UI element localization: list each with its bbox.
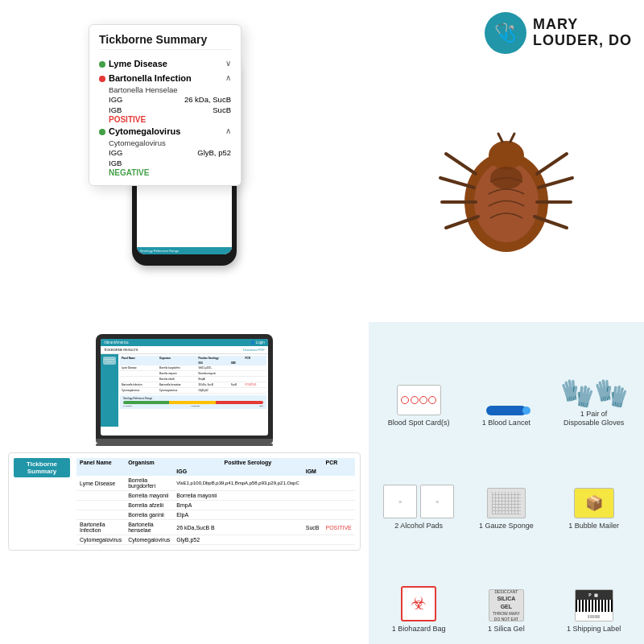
bubble-mailer-icon: 📦: [574, 488, 614, 518]
chevron-up-icon-2: ∧: [225, 126, 231, 135]
laptop-foot: [96, 444, 273, 446]
blood-spot-card-icon: [397, 385, 441, 415]
small-table-row: Bartonella Infection Bartonella henselae…: [76, 520, 355, 535]
svg-point-2: [489, 141, 524, 170]
small-table-row: Lyme Disease Borrelia burgdorferi VlsE1,…: [76, 476, 355, 491]
laptop-content: Panel Name Organism Positive Serology PC…: [118, 354, 268, 427]
svg-line-9: [537, 154, 567, 174]
summary-card-title: Tickborne Summary: [99, 33, 231, 50]
tick-image-container: [381, 62, 632, 310]
top-left-panel: ☰ VibrantAmerica TICKBORNE RESULTS Tickb…: [0, 0, 369, 322]
logo-text: MARY LOUDER, DO: [533, 17, 632, 49]
kit-blood-lancet: 1 Blood Lancet: [466, 332, 547, 428]
blood-lancet-label: 1 Blood Lancet: [482, 419, 530, 428]
small-table-row: Cytomegalovirus Cytomegalovirus GlyB,p52: [76, 535, 355, 545]
small-results-table: Panel Name Organism Positive Serology PC…: [76, 458, 355, 545]
laptop-screen-outer: VibrantAmerica 👤 Login TICKBORNE RESULTS…: [96, 334, 273, 439]
laptop-header: VibrantAmerica 👤 Login: [101, 339, 268, 346]
chevron-up-icon: ∧: [225, 73, 231, 82]
kit-disposable-gloves: 🧤🧤 1 Pair ofDisposable Gloves: [553, 332, 634, 428]
laptop-login-icon: 👤 Login: [250, 341, 265, 345]
kit-items-panel: Blood Spot Card(s) 1 Blood Lancet 🧤🧤 1 P…: [369, 322, 644, 644]
laptop-ref-section: Serology Reference Range In Control Mode…: [120, 395, 266, 409]
lancet-icon: [486, 406, 526, 415]
summary-bartonella-name: Bartonella Infection: [109, 73, 192, 83]
summary-cyto-igb: IGB: [99, 158, 231, 168]
summary-cyto-status: NEGATIVE: [99, 168, 231, 177]
tickborne-summary-card: Tickborne Summary Lyme Disease ∨ Bartone…: [89, 24, 242, 186]
laptop-sidebar-tickborne[interactable]: Tick-borne Sum: [103, 357, 116, 365]
alcohol-pads-label: 2 Alcohol Pads: [394, 522, 443, 531]
summary-bartonella-sub: Bartonella Henselae: [99, 85, 231, 94]
biohazard-bag-icon: ☣: [401, 586, 436, 621]
phone-ref-range: Serology Reference Range: [137, 247, 232, 254]
summary-lyme-dot: [99, 61, 105, 68]
table-row: Bartonella Infection Bartonella henselae…: [120, 382, 266, 388]
summary-bartonella-row[interactable]: Bartonella Infection ∧: [99, 71, 231, 85]
logo-circle: 🩺: [485, 12, 526, 54]
small-table-sidebar-label: Tickborne Summary: [14, 458, 70, 477]
alcohol-pad-icon-2: ≡: [420, 485, 454, 518]
alcohol-pad-icon: ≡: [383, 485, 417, 518]
laptop-wrap: VibrantAmerica 👤 Login TICKBORNE RESULTS…: [8, 334, 361, 446]
tick-illustration: [418, 97, 595, 275]
summary-cyto-dot: [99, 129, 105, 135]
summary-lyme-row[interactable]: Lyme Disease ∨: [99, 56, 231, 71]
biohazard-bag-label: 1 Biohazard Bag: [392, 625, 446, 634]
small-table-row: Borrelia mayonii Borrelia mayonii: [76, 491, 355, 501]
summary-bartonella-status: POSITIVE: [99, 115, 231, 124]
summary-cyto-igg: IGGGlyB, p52: [99, 147, 231, 158]
summary-cyto-sub: Cytomegalovirus: [99, 138, 231, 147]
logo-icon: 🩺: [494, 23, 516, 43]
laptop-app-name: VibrantAmerica: [104, 341, 129, 345]
kit-biohazard-bag: ☣ 1 Biohazard Bag: [378, 538, 460, 634]
laptop-mockup: VibrantAmerica 👤 Login TICKBORNE RESULTS…: [96, 334, 273, 446]
laptop-results-table: Panel Name Organism Positive Serology PC…: [120, 356, 266, 394]
logo-area: 🩺 MARY LOUDER, DO: [485, 12, 632, 54]
laptop-screen-inner: VibrantAmerica 👤 Login TICKBORNE RESULTS…: [101, 339, 268, 436]
svg-line-5: [446, 154, 476, 174]
small-table-row: Borrelia afzelii BmpA: [76, 501, 355, 510]
shipping-label-label: 1 Shipping Label: [567, 625, 621, 634]
svg-line-3: [498, 134, 502, 142]
laptop-body: Tick-borne Sum Panel Name Organism Posit…: [101, 354, 268, 427]
kit-bubble-mailer: 📦 1 Bubble Mailer: [553, 435, 634, 531]
silica-gel-icon: DESICCANT SILICA GEL THROW AWAY DO NOT E…: [489, 589, 524, 621]
summary-bartonella-igg: IGG26 kDa, SucB: [99, 94, 231, 105]
laptop-download[interactable]: Download PDF: [243, 348, 265, 352]
laptop-ref-bar: [123, 401, 263, 404]
main-grid: ☰ VibrantAmerica TICKBORNE RESULTS Tickb…: [0, 0, 644, 644]
bubble-mailer-label: 1 Bubble Mailer: [568, 522, 619, 531]
summary-bartonella-dot: [99, 76, 105, 82]
kit-gauze-sponge: 1 Gauze Sponge: [466, 435, 547, 531]
small-table-row: Borrelia garinii ElpA: [76, 510, 355, 520]
laptop-sidebar: Tick-borne Sum: [101, 354, 118, 427]
laptop-section: TICKBORNE RESULTS: [104, 348, 138, 352]
logo-name-line2: LOUDER, DO: [533, 33, 632, 49]
chevron-down-icon: ∨: [225, 59, 231, 68]
summary-bartonella-igb: IGBSucB: [99, 105, 231, 115]
summary-lyme-name: Lyme Disease: [109, 59, 167, 68]
gloves-icon: 🧤🧤: [560, 379, 628, 407]
gauze-sponge-label: 1 Gauze Sponge: [479, 522, 534, 531]
kit-silica-gel: DESICCANT SILICA GEL THROW AWAY DO NOT E…: [466, 538, 547, 634]
disposable-gloves-label: 1 Pair ofDisposable Gloves: [564, 410, 624, 428]
table-row: Borrelia afzelii BmpA: [120, 377, 266, 382]
laptop-ref-label: Serology Reference Range: [123, 397, 263, 400]
shipping-label-icon: P ▦ ||||||||||||||: [575, 589, 613, 621]
small-table-wrap: Tickborne Summary Panel Name Organism Po…: [8, 452, 361, 551]
table-row: Borrelia mayonii Borrelia mayonii: [120, 371, 266, 377]
bottom-left-panel: VibrantAmerica 👤 Login TICKBORNE RESULTS…: [0, 322, 369, 644]
laptop-sub-header: TICKBORNE RESULTS Download PDF: [101, 346, 268, 354]
summary-cyto-name: Cytomegalovirus: [109, 126, 180, 136]
gauze-icon: [487, 488, 526, 518]
silica-gel-label: 1 Silica Gel: [488, 625, 525, 634]
svg-line-4: [510, 134, 514, 142]
top-right-panel: 🩺 MARY LOUDER, DO: [369, 0, 644, 322]
kit-blood-spot-cards: Blood Spot Card(s): [378, 332, 460, 428]
kit-alcohol-pads: ≡ ≡ 2 Alcohol Pads: [378, 435, 460, 531]
blood-spot-cards-label: Blood Spot Card(s): [388, 419, 450, 428]
summary-cyto-row[interactable]: Cytomegalovirus ∧: [99, 124, 231, 138]
svg-point-13: [490, 167, 522, 189]
logo-name-line1: MARY: [533, 17, 632, 33]
